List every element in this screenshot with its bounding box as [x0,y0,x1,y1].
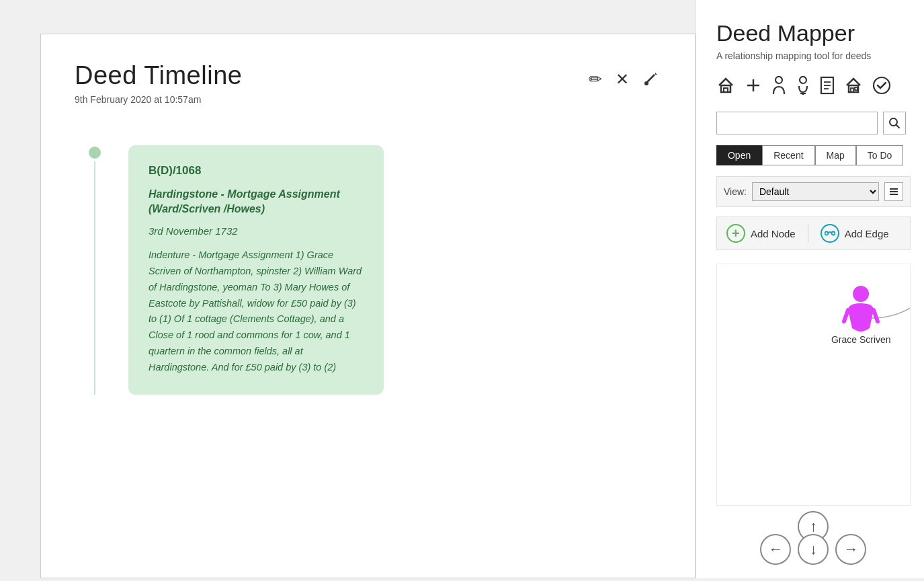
timeline-title-block: Deed Timeline 9th February 2020 at 10:57… [75,61,242,105]
tab-open[interactable]: Open [716,145,762,165]
deed-id: B(D)/1068 [149,164,364,178]
add-edge-button[interactable]: Add Edge [821,224,889,243]
timeline-vertical-line [94,161,95,395]
deed-description: Indenture - Mortgage Assignment 1) Grace… [149,247,364,376]
tab-map[interactable]: Map [815,145,856,165]
add-edge-icon [821,224,839,243]
verified-icon[interactable] [872,76,891,100]
timeline-panel: Deed Timeline 9th February 2020 at 10:57… [40,34,696,578]
search-input[interactable] [716,112,878,134]
down-arrow-icon: ↓ [810,541,817,558]
settings-icon[interactable] [642,68,661,90]
add-edge-label: Add Edge [845,228,889,239]
grace-scriven-figure [841,284,880,332]
mapper-title: Deed Mapper [716,20,911,46]
svg-point-25 [831,232,835,235]
deed-title: Hardingstone - Mortgage Assignment (Ward… [149,187,364,217]
left-arrow-icon: ← [768,541,783,558]
nav-right-button[interactable]: → [835,534,866,565]
svg-point-24 [825,232,828,235]
svg-point-26 [853,286,869,302]
nav-left-button[interactable]: ← [760,534,791,565]
svg-point-7 [775,77,782,83]
divider [808,224,808,243]
close-icon[interactable]: ✕ [616,70,629,89]
edit-icon[interactable]: ✏ [589,70,602,89]
view-select[interactable]: Default Compact Expanded [752,182,879,201]
svg-rect-4 [724,88,728,92]
tab-todo[interactable]: To Do [856,145,904,165]
add-node-label: Add Node [751,228,796,239]
mapper-tabs: Open Recent Map To Do [716,145,911,165]
svg-point-2 [644,81,648,85]
house-icon[interactable] [716,76,735,100]
add-deed-icon[interactable] [745,77,762,99]
timeline-date: 9th February 2020 at 10:57am [75,94,242,105]
timeline-actions: ✏ ✕ [589,68,661,90]
male-person-icon[interactable] [771,76,786,100]
document-icon[interactable] [820,76,835,100]
mapper-subtitle: A relationship mapping tool for deeds [716,50,911,61]
svg-line-20 [896,125,899,128]
timeline-title: Deed Timeline [75,61,242,90]
mapper-nav: ↑ ← ↓ → [716,511,911,565]
view-list-button[interactable] [884,182,903,201]
property-icon[interactable] [844,76,863,100]
mapper-graph[interactable]: Grace Scriven [716,264,911,506]
node-grace-scriven[interactable]: Grace Scriven [831,284,891,345]
svg-point-18 [874,77,890,93]
svg-line-0 [646,75,655,83]
mapper-view-row: View: Default Compact Expanded [716,176,911,207]
add-node-button[interactable]: + Add Node [726,224,796,243]
svg-marker-1 [655,72,657,75]
node-grace-scriven-label: Grace Scriven [831,334,891,345]
timeline-line [75,145,115,395]
svg-rect-17 [855,87,857,90]
svg-rect-16 [851,88,853,92]
female-person-icon[interactable] [796,76,810,100]
timeline-dot [89,147,101,159]
svg-point-8 [800,77,806,83]
mapper-search-row [716,112,911,134]
deed-card: B(D)/1068 Hardingstone - Mortgage Assign… [128,145,384,395]
tab-recent[interactable]: Recent [762,145,814,165]
deed-date: 3rd November 1732 [149,225,364,237]
add-node-icon: + [726,224,745,243]
timeline-header: Deed Timeline 9th February 2020 at 10:57… [75,61,661,105]
nav-down-button[interactable]: ↓ [798,534,829,565]
up-arrow-icon: ↑ [810,518,817,535]
mapper-toolbar [716,76,911,100]
view-label: View: [724,186,747,197]
timeline-body: B(D)/1068 Hardingstone - Mortgage Assign… [75,145,661,395]
mapper-panel: Deed Mapper A relationship mapping tool … [696,0,924,578]
search-button[interactable] [883,112,906,134]
mapper-add-row: + Add Node Add Edge [716,217,911,250]
right-arrow-icon: → [843,541,858,558]
